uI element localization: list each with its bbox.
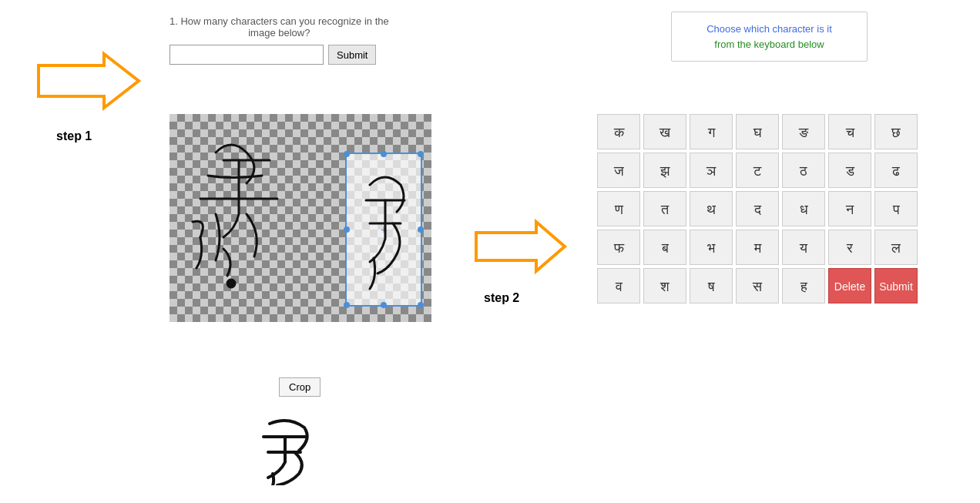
key-va[interactable]: व bbox=[597, 268, 640, 303]
key-gha[interactable]: घ bbox=[736, 114, 779, 149]
step1-arrow-container bbox=[31, 46, 143, 119]
key-pha[interactable]: फ bbox=[597, 230, 640, 265]
answer-input[interactable] bbox=[169, 45, 324, 65]
svg-marker-2 bbox=[476, 222, 565, 271]
key-dda[interactable]: ड bbox=[828, 153, 871, 188]
key-ka[interactable]: क bbox=[597, 114, 640, 149]
selected-char-svg bbox=[354, 162, 416, 300]
handle-tl[interactable] bbox=[344, 151, 350, 157]
step2-arrow-container bbox=[468, 216, 569, 280]
key-ga[interactable]: ग bbox=[690, 114, 733, 149]
key-ba[interactable]: ब bbox=[643, 230, 686, 265]
key-ta[interactable]: त bbox=[643, 191, 686, 226]
key-ra[interactable]: र bbox=[828, 230, 871, 265]
keyboard-submit-button[interactable]: Submit bbox=[874, 268, 918, 303]
key-ttha[interactable]: ठ bbox=[782, 153, 825, 188]
step1-arrow-icon bbox=[31, 46, 143, 116]
key-ma[interactable]: म bbox=[736, 230, 779, 265]
handle-ml[interactable] bbox=[344, 226, 350, 233]
key-nga[interactable]: ङ bbox=[782, 114, 825, 149]
step1-label: step 1 bbox=[56, 129, 92, 143]
key-ca[interactable]: च bbox=[828, 114, 871, 149]
key-la[interactable]: ल bbox=[874, 230, 918, 265]
svg-point-1 bbox=[227, 280, 235, 287]
step2-arrow-icon bbox=[468, 216, 569, 277]
handle-br[interactable] bbox=[418, 302, 424, 308]
key-dha[interactable]: ध bbox=[782, 191, 825, 226]
selection-box[interactable]: + bbox=[345, 153, 422, 307]
main-image-area[interactable]: + bbox=[169, 114, 431, 322]
key-bha[interactable]: भ bbox=[690, 230, 733, 265]
handle-bl[interactable] bbox=[344, 302, 350, 308]
key-ha[interactable]: ह bbox=[782, 268, 825, 303]
instruction-text: Choose which character is it from the ke… bbox=[684, 22, 854, 52]
key-pa[interactable]: प bbox=[874, 191, 918, 226]
cropped-preview bbox=[254, 408, 331, 485]
key-jha[interactable]: झ bbox=[643, 153, 686, 188]
key-tta[interactable]: ट bbox=[736, 153, 779, 188]
key-sa[interactable]: स bbox=[736, 268, 779, 303]
key-nna[interactable]: ण bbox=[597, 191, 640, 226]
question-text: 1. How many characters can you recognize… bbox=[169, 15, 389, 39]
svg-marker-0 bbox=[39, 54, 139, 108]
key-na[interactable]: न bbox=[828, 191, 871, 226]
step2-label: step 2 bbox=[484, 291, 519, 305]
key-kha[interactable]: ख bbox=[643, 114, 686, 149]
handle-tc[interactable] bbox=[381, 151, 387, 157]
key-ya[interactable]: य bbox=[782, 230, 825, 265]
key-sha[interactable]: श bbox=[643, 268, 686, 303]
key-nya[interactable]: ञ bbox=[690, 153, 733, 188]
question-number: 1. How many characters can you recognize… bbox=[169, 15, 389, 27]
handle-bc[interactable] bbox=[381, 302, 387, 308]
answer-row: Submit bbox=[169, 45, 389, 65]
key-da[interactable]: द bbox=[736, 191, 779, 226]
key-ddha[interactable]: ढ bbox=[874, 153, 918, 188]
key-ja[interactable]: ज bbox=[597, 153, 640, 188]
key-cha[interactable]: छ bbox=[874, 114, 918, 149]
handle-mr[interactable] bbox=[418, 226, 424, 233]
keyboard-grid: क ख ग घ ङ च छ ज झ ञ ट ठ ड ढ ण त थ द ध न … bbox=[597, 114, 918, 303]
crop-button[interactable]: Crop bbox=[279, 377, 321, 397]
key-tha[interactable]: थ bbox=[690, 191, 733, 226]
cropped-char-svg bbox=[254, 408, 331, 485]
handle-tr[interactable] bbox=[418, 151, 424, 157]
instruction-box: Choose which character is it from the ke… bbox=[671, 12, 868, 62]
key-ssa[interactable]: ष bbox=[690, 268, 733, 303]
delete-button[interactable]: Delete bbox=[828, 268, 871, 303]
question-text2: image below? bbox=[248, 27, 310, 39]
top-submit-button[interactable]: Submit bbox=[328, 45, 376, 65]
question-area: 1. How many characters can you recognize… bbox=[169, 15, 389, 65]
